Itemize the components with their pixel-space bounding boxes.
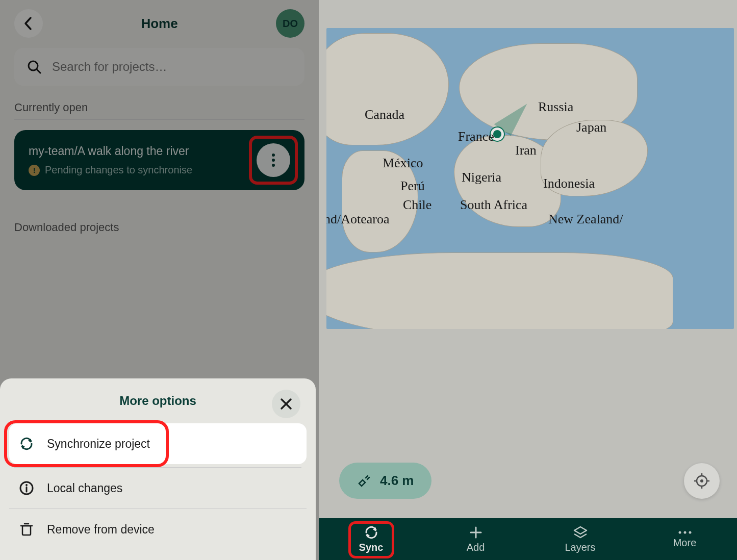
option-label: Remove from device (47, 523, 155, 537)
more-options-button[interactable] (257, 143, 290, 177)
more-icon (677, 530, 693, 535)
nav-sync[interactable]: Sync (341, 525, 402, 553)
back-button[interactable] (14, 9, 43, 38)
map-label-chile: Chile (403, 197, 431, 213)
map-label-south-africa: South Africa (460, 197, 527, 213)
svg-rect-9 (22, 526, 31, 535)
satellite-icon (357, 473, 372, 489)
map-label-mexico: México (383, 156, 423, 171)
option-local-changes[interactable]: Local changes (9, 468, 307, 509)
map-label-indonesia: Indonesia (543, 176, 595, 191)
search-bar[interactable] (14, 48, 304, 86)
close-icon (279, 397, 293, 411)
map-label-peru: Perú (400, 179, 425, 194)
nav-add[interactable]: Add (445, 525, 506, 553)
map-label-nz-right: New Zealand/ (548, 212, 623, 227)
section-downloaded: Downloaded projects (14, 221, 304, 234)
project-card[interactable]: my-team/A walk along the river ! Pending… (14, 130, 304, 190)
map-label-canada: Canada (365, 107, 404, 122)
svg-point-7 (26, 484, 28, 486)
close-button[interactable] (272, 390, 300, 418)
svg-point-23 (678, 531, 681, 533)
nav-label: More (673, 537, 697, 549)
nav-label: Layers (565, 542, 595, 553)
project-title: my-team/A walk along the river (29, 144, 192, 158)
nav-more[interactable]: More (654, 530, 716, 549)
map-label-france: France (458, 129, 494, 144)
project-status: ! Pending changes to synchronise (29, 164, 192, 176)
option-remove[interactable]: Remove from device (9, 509, 307, 550)
search-input[interactable] (52, 60, 292, 74)
option-label: Local changes (47, 481, 122, 495)
map-label-japan: Japan (576, 120, 606, 135)
plus-icon (469, 525, 483, 540)
crosshair-icon (693, 472, 710, 490)
project-status-text: Pending changes to synchronise (45, 164, 192, 176)
bottom-navbar: Sync Add Layers More (319, 518, 737, 560)
trash-icon (18, 521, 35, 538)
nav-label: Sync (359, 542, 384, 553)
svg-point-24 (683, 531, 686, 533)
header-row: Home DO (14, 9, 304, 38)
sheet-title: More options (14, 394, 301, 408)
divider (14, 119, 304, 120)
nav-layers[interactable]: Layers (550, 525, 611, 553)
more-options-sheet: More options Synchronize project (0, 378, 316, 560)
info-icon (18, 480, 35, 496)
svg-line-1 (37, 69, 40, 73)
map-label-nz-left: nd/Aotearoa (326, 212, 390, 227)
sync-icon (18, 436, 35, 452)
svg-marker-22 (574, 527, 587, 534)
option-synchronize[interactable]: Synchronize project (9, 423, 307, 464)
search-icon (27, 59, 42, 74)
section-currently-open: Currently open (14, 101, 304, 114)
gps-accuracy-pill[interactable]: 4.6 m (339, 463, 431, 499)
map-label-nigeria: Nigeria (462, 170, 501, 185)
option-label: Synchronize project (47, 437, 150, 451)
locate-me-button[interactable] (684, 463, 720, 499)
sync-icon (364, 525, 379, 540)
svg-point-13 (700, 479, 703, 482)
chevron-left-icon (23, 16, 34, 31)
projects-panel: Home DO Currently open my-team/A walk al… (0, 0, 319, 560)
svg-point-25 (689, 531, 691, 533)
map-label-russia: Russia (538, 99, 573, 115)
nav-label: Add (467, 542, 485, 553)
map-view[interactable]: Canada Russia France Iran Japan México N… (326, 28, 734, 329)
warning-icon: ! (29, 165, 40, 176)
map-label-iran: Iran (515, 143, 537, 158)
map-panel: Canada Russia France Iran Japan México N… (319, 0, 737, 560)
layers-icon (573, 525, 588, 540)
user-avatar[interactable]: DO (276, 9, 304, 38)
page-title: Home (141, 16, 177, 32)
gps-accuracy-value: 4.6 m (380, 473, 414, 489)
